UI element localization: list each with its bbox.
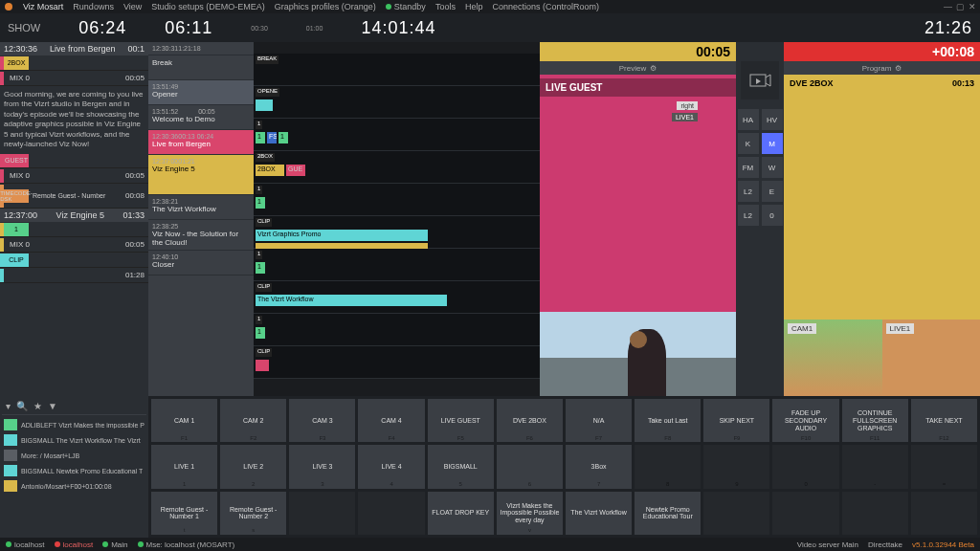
shotbox-button[interactable]: CAM 4F4 [358,399,424,442]
shotbox-button[interactable]: SKIP NEXTF9 [703,399,769,442]
story-row[interactable]: MIX 000:05 [0,168,148,184]
menu-tools[interactable]: Tools [435,2,456,11]
timeline-clip[interactable]: GUE [286,165,305,176]
timeline-clip[interactable] [256,360,269,371]
rundown-item[interactable]: 13:51:52 00:05Welcome to Demo [148,105,254,130]
maximize-icon[interactable]: ▢ [956,2,965,11]
shotbox-button[interactable]: - [842,445,908,488]
timeline-clip[interactable]: The Vizrt Workflow [256,295,447,306]
menu-view[interactable]: View [123,2,142,11]
shotbox-button[interactable]: BIGSMALL5 [428,445,494,488]
close-icon[interactable]: ✕ [969,2,976,11]
shotbox-button[interactable]: LIVE 22 [220,445,286,488]
shotbox-button[interactable]: Vizrt Makes the Impossible Possible ever… [497,492,563,535]
shotbox-button[interactable] [911,492,977,535]
rundown-item[interactable]: 12:37:00 01:21Viz Engine 5 [148,155,254,195]
menu-graphics[interactable]: Graphics profiles (Orange) [275,2,376,11]
timeline-track[interactable]: OPENE [254,86,540,119]
timeline-clip[interactable]: 1 [256,132,265,143]
story-row[interactable]: 2BOX [0,55,148,71]
star-icon[interactable]: ★ [33,401,42,411]
timeline-track[interactable]: 11 [254,249,540,281]
minimize-icon[interactable]: — [944,2,952,11]
shotbox-button[interactable]: Remote Guest - Number 2s [220,492,286,535]
story-header-1[interactable]: 12:30:36Live from Bergen00:1 [0,42,148,55]
story-row[interactable]: MIX 000:05 [0,71,148,86]
shotbox-button[interactable]: FLOAT DROP KEY [428,492,494,535]
shotbox-button[interactable] [772,492,838,535]
shotbox-button[interactable]: = [911,445,977,488]
shotbox-button[interactable]: The Vizrt Workflow [566,492,632,535]
shotbox-button[interactable]: 0 [772,445,838,488]
shotbox-button[interactable]: Remote Guest - Number 1t [151,492,217,535]
story-row[interactable]: MIX 000:05 [0,237,148,253]
timeline-track[interactable]: CLIPVizrt Graphics Promo [254,216,540,249]
shotbox-button[interactable]: CAM 2F2 [220,399,286,442]
gear-icon[interactable]: ⚙ [895,64,902,73]
timeline-track[interactable]: 11FS1 [254,119,540,151]
shotbox-button[interactable]: 8 [635,445,701,488]
transition-btn-fm[interactable]: FM [738,157,759,178]
story-row[interactable]: CLIP [0,253,148,268]
timeline-track[interactable]: 2BOX2BOXGUE [254,151,540,184]
filter-icon[interactable]: ▼ [48,401,57,411]
transition-btn-m[interactable]: M [762,133,783,154]
take-icon[interactable] [741,61,779,99]
timeline-track[interactable]: BREAK [254,54,540,86]
story-row[interactable]: 1 [0,222,148,237]
rundown-item[interactable]: 12:38:21 The Vizrt Workflow [148,195,254,220]
timeline-clip[interactable]: Vizrt Graphics Promo [256,230,428,241]
transition-btn-w[interactable]: W [762,157,783,178]
timeline-clip[interactable]: 2BOX [256,165,284,176]
shotbox-button[interactable]: N/AF7 [566,399,632,442]
shotbox-button[interactable]: 9 [703,445,769,488]
timeline-clip[interactable]: 1 [256,262,265,274]
rundown-item[interactable]: Break [148,55,254,80]
status-directtake[interactable]: Directtake [868,540,902,549]
story-row[interactable]: TIMECODE-DSK Remote Guest - Number 00:08 [0,184,148,209]
timeline[interactable]: BREAKOPENE11FS12BOX2BOXGUE11CLIPVizrt Gr… [254,42,540,396]
shotbox-button[interactable]: LIVE 33 [289,445,355,488]
rundown-item[interactable]: 12:40:10 Closer [148,251,254,276]
preview-video[interactable]: LIVE GUEST right LIVE1 [540,75,736,396]
shotbox-button[interactable]: Newtek Promo Educational Tour [635,492,701,535]
chevron-down-icon[interactable]: ▾ [6,401,11,411]
story-header-2[interactable]: 12:37:00Viz Engine 501:33 [0,209,148,222]
shotbox-button[interactable]: 3Box7 [566,445,632,488]
transition-btn-k[interactable]: K [738,133,759,154]
shotbox-button[interactable]: CONTINUE FULLSCREEN GRAPHICSF11 [842,399,908,442]
story-row[interactable]: GUEST [0,153,148,168]
timeline-clip[interactable]: 1 [256,197,265,209]
transition-btn-l2[interactable]: L2 [738,205,759,226]
timeline-clip[interactable]: FS [267,132,277,143]
rundown-item[interactable]: 12:38:25 Viz Now - the Solution for the … [148,220,254,251]
shotbox-button[interactable] [842,492,908,535]
menu-standby[interactable]: Standby [386,2,426,11]
gear-icon[interactable]: ⚙ [650,64,657,73]
shotbox-button[interactable]: CAM 1F1 [151,399,217,442]
timeline-track[interactable]: CLIP [254,346,540,379]
shotbox-button[interactable]: LIVE 44 [358,445,424,488]
rundown-item[interactable]: 13:51:49 Opener [148,80,254,105]
transition-btn-e[interactable]: E [762,181,783,202]
rundown-item[interactable]: 12:30:36 00:13 06:24Live from Bergen [148,130,254,155]
shotbox-button[interactable] [703,492,769,535]
transition-btn-ha[interactable]: HA [738,109,759,130]
menu-studio[interactable]: Studio setups (DEMO-EMEA) [151,2,265,11]
status-videoserver[interactable]: Video server Main [797,540,858,549]
timeline-track[interactable]: 11 [254,314,540,346]
rundown-item[interactable]: 12:30:31 1:21:18 [148,42,254,55]
shotbox-list-item[interactable]: ADLIBLEFT Vizrt Makes the impossible P [2,417,146,432]
shotbox-button[interactable]: LIVE GUESTF5 [428,399,494,442]
shotbox-list-item[interactable]: BIGSMALL The Vizrt Workflow The Vizrt [2,432,146,448]
shotbox-button[interactable] [289,492,355,535]
shotbox-button[interactable]: 6 [497,445,563,488]
shotbox-button[interactable]: TAKE NEXTF12 [911,399,977,442]
search-icon[interactable]: 🔍 [16,401,28,411]
timeline-clip[interactable] [256,99,273,111]
menu-help[interactable]: Help [465,2,483,11]
menu-rundowns[interactable]: Rundowns [73,2,114,11]
shotbox-button[interactable]: Take out LastF8 [635,399,701,442]
shotbox-search[interactable]: ▾ 🔍 ★ ▼ [2,398,146,415]
program-video[interactable]: DVE 2BOX 00:13 CAM1 LIVE1 [784,75,980,396]
